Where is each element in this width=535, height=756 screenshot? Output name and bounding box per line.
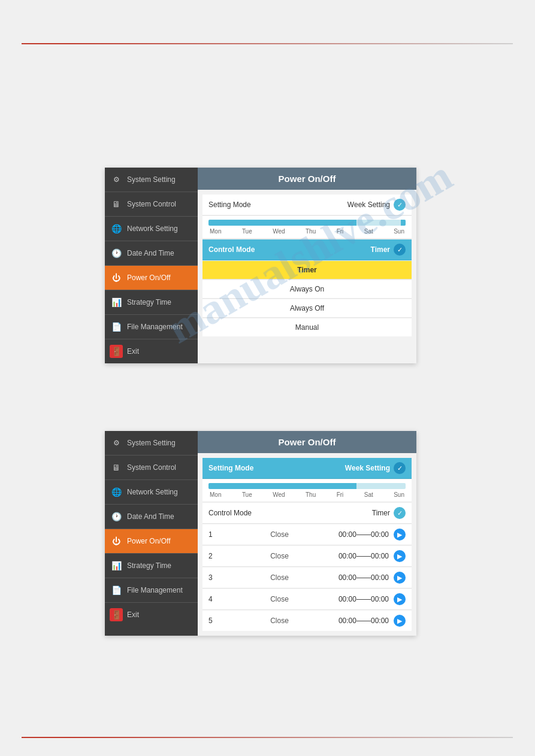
- control-mode-value: Timer: [371, 245, 390, 254]
- dropdown-option-always-on[interactable]: Always On: [202, 280, 412, 299]
- sidebar-bottom-label-file-management: File Management: [127, 586, 183, 594]
- timer-time-2: 00:00——00:00: [338, 552, 389, 560]
- sidebar-bottom-item-system-control[interactable]: 🖥 System Control: [105, 456, 198, 480]
- timer-edit-btn-3[interactable]: ▶: [394, 572, 406, 584]
- bottom-setting-mode-chevron[interactable]: ✓: [394, 462, 406, 474]
- dropdown-option-manual[interactable]: Manual: [202, 318, 412, 336]
- timer-edit-btn-2[interactable]: ▶: [394, 550, 406, 562]
- bottom-setting-mode-label: Setting Mode: [208, 464, 345, 472]
- panel-bottom: ⚙ System Setting 🖥 System Control 🌐 Netw…: [105, 431, 416, 636]
- timer-time-3: 00:00——00:00: [338, 573, 389, 582]
- bottom-setting-mode-row: Setting Mode Week Setting ✓: [202, 458, 412, 479]
- clock-icon-2: 🕐: [110, 510, 123, 523]
- bottom-control-mode-value: Timer: [372, 509, 390, 517]
- sidebar-bottom-label-network-setting: Network Setting: [127, 488, 178, 496]
- sidebar-bottom-label-system-setting: System Setting: [127, 439, 176, 447]
- setting-mode-row: Setting Mode Week Setting ✓: [202, 195, 412, 215]
- panel-top-header: Power On/Off: [198, 168, 416, 190]
- globe-icon: 🌐: [110, 222, 123, 235]
- exit-icon: 🚪: [110, 345, 123, 358]
- sidebar-item-power-on-off[interactable]: ⏻ Power On/Off: [105, 266, 198, 290]
- panel-bottom-header: Power On/Off: [198, 431, 416, 453]
- gear-icon: ⚙: [110, 173, 123, 186]
- sidebar-bottom-label-system-control: System Control: [127, 463, 176, 472]
- sidebar-label-date-and-time: Date And Time: [127, 249, 174, 257]
- timer-num-5: 5: [208, 617, 220, 625]
- sidebar-item-system-control[interactable]: 🖥 System Control: [105, 192, 198, 217]
- globe-icon-2: 🌐: [110, 485, 123, 499]
- sidebar-item-file-management[interactable]: 📄 File Management: [105, 315, 198, 339]
- bottom-day-fri: Fri: [337, 491, 344, 498]
- bottom-day-mon: Mon: [210, 491, 221, 498]
- file-icon: 📄: [110, 320, 123, 333]
- bottom-control-mode-chevron[interactable]: ✓: [394, 507, 406, 519]
- dropdown-manual-label: Manual: [295, 323, 319, 332]
- sidebar-bottom-item-system-setting[interactable]: ⚙ System Setting: [105, 431, 198, 456]
- sidebar-bottom-item-strategy-time[interactable]: 📊 Strategy Time: [105, 554, 198, 578]
- timeline-row: Mon Tue Wed Thu Fri Sat Sun: [202, 216, 412, 239]
- sidebar-item-system-setting[interactable]: ⚙ System Setting: [105, 168, 198, 192]
- setting-mode-value: Week Setting: [347, 201, 390, 209]
- timer-edit-btn-5[interactable]: ▶: [394, 615, 406, 627]
- day-wed: Wed: [273, 228, 285, 235]
- dropdown-option-always-off[interactable]: Always Off: [202, 299, 412, 318]
- clock-icon: 🕐: [110, 247, 123, 260]
- sidebar-label-file-management: File Management: [127, 323, 183, 331]
- timer-status-2: Close: [220, 552, 338, 560]
- dropdown-always-off-label: Always Off: [290, 304, 324, 312]
- sidebar-item-date-and-time[interactable]: 🕐 Date And Time: [105, 241, 198, 266]
- bottom-control-mode-label: Control Mode: [208, 509, 372, 517]
- exit-icon-2: 🚪: [110, 608, 123, 621]
- timer-status-5: Close: [220, 617, 338, 625]
- sidebar-item-network-setting[interactable]: 🌐 Network Setting: [105, 217, 198, 241]
- bottom-day-wed: Wed: [273, 491, 285, 498]
- setting-mode-chevron[interactable]: ✓: [394, 199, 406, 211]
- dropdown-always-on-label: Always On: [290, 285, 324, 293]
- day-tue: Tue: [242, 228, 252, 235]
- bottom-setting-mode-value: Week Setting: [345, 464, 390, 472]
- timer-row-2: 2 Close 00:00——00:00 ▶: [202, 546, 412, 567]
- timer-edit-btn-4[interactable]: ▶: [394, 593, 406, 605]
- sidebar-bottom-label-date-and-time: Date And Time: [127, 512, 174, 521]
- timer-num-4: 4: [208, 595, 220, 603]
- sidebar-bottom: ⚙ System Setting 🖥 System Control 🌐 Netw…: [105, 431, 198, 636]
- timer-row-5: 5 Close 00:00——00:00 ▶: [202, 611, 412, 631]
- sidebar-label-strategy-time: Strategy Time: [127, 298, 171, 306]
- sidebar-bottom-item-file-management[interactable]: 📄 File Management: [105, 578, 198, 603]
- bottom-day-sun: Sun: [394, 491, 404, 498]
- timer-time-4: 00:00——00:00: [338, 595, 389, 603]
- sidebar-label-power-on-off: Power On/Off: [127, 274, 170, 282]
- sidebar-bottom-item-exit[interactable]: 🚪 Exit: [105, 603, 198, 627]
- day-fri: Fri: [337, 228, 344, 235]
- timer-row-4: 4 Close 00:00——00:00 ▶: [202, 589, 412, 610]
- sidebar-bottom-item-date-and-time[interactable]: 🕐 Date And Time: [105, 505, 198, 529]
- bottom-control-mode-row: Control Mode Timer ✓: [202, 503, 412, 524]
- timer-time-5: 00:00——00:00: [338, 617, 389, 625]
- control-mode-row: Control Mode Timer ✓: [202, 239, 412, 260]
- strategy-icon-2: 📊: [110, 559, 123, 572]
- sidebar-bottom-item-network-setting[interactable]: 🌐 Network Setting: [105, 480, 198, 505]
- control-mode-label: Control Mode: [208, 245, 371, 254]
- sidebar-label-network-setting: Network Setting: [127, 224, 178, 233]
- file-icon-2: 📄: [110, 584, 123, 597]
- sidebar-bottom-label-exit: Exit: [127, 611, 139, 619]
- dropdown-option-timer[interactable]: Timer: [202, 261, 412, 280]
- monitor-icon-2: 🖥: [110, 461, 123, 474]
- timer-edit-btn-1[interactable]: ▶: [394, 529, 406, 541]
- day-thu: Thu: [306, 228, 316, 235]
- sidebar-bottom-label-power-on-off: Power On/Off: [127, 537, 170, 545]
- control-mode-chevron[interactable]: ✓: [394, 244, 406, 256]
- dropdown-timer-label: Timer: [297, 266, 316, 274]
- main-content-bottom: Power On/Off Setting Mode Week Setting ✓…: [198, 431, 416, 636]
- timer-num-3: 3: [208, 573, 220, 582]
- sidebar-bottom-label-strategy-time: Strategy Time: [127, 561, 171, 570]
- timer-row-1: 1 Close 00:00——00:00 ▶: [202, 524, 412, 545]
- day-sun: Sun: [394, 228, 404, 235]
- sidebar-top: ⚙ System Setting 🖥 System Control 🌐 Netw…: [105, 168, 198, 363]
- day-mon: Mon: [210, 228, 221, 235]
- sidebar-item-strategy-time[interactable]: 📊 Strategy Time: [105, 290, 198, 315]
- sidebar-label-exit: Exit: [127, 347, 139, 356]
- bottom-timeline-row: Mon Tue Wed Thu Fri Sat Sun: [202, 479, 412, 502]
- sidebar-item-exit[interactable]: 🚪 Exit: [105, 339, 198, 363]
- sidebar-bottom-item-power-on-off[interactable]: ⏻ Power On/Off: [105, 529, 198, 554]
